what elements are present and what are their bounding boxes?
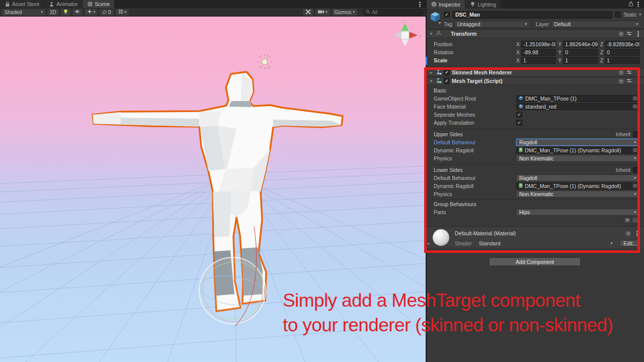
face-material-field[interactable]: standard_red <box>516 103 631 110</box>
shading-mode-dropdown[interactable]: Shaded ▾ <box>2 9 45 16</box>
lower-inherit-checkbox[interactable]: ✓ <box>633 167 639 173</box>
remove-element-button[interactable]: - <box>632 217 639 223</box>
add-component-button[interactable]: Add Component <box>489 257 581 266</box>
skinned-mesh-renderer-header[interactable]: ▸ ✓ Skinned Mesh Renderer ? <box>427 68 644 76</box>
scene-menu-kebab-icon[interactable] <box>419 4 421 5</box>
annotation-line2: to your renderer (skinned or non-skinned… <box>283 313 640 337</box>
gameobject-cube-icon[interactable] <box>429 11 441 24</box>
gameobject-name-field[interactable]: DSC_Man <box>452 11 612 19</box>
upper-inherit-checkbox[interactable]: ✓ <box>633 131 639 137</box>
lower-physics-dropdown[interactable]: Non Kinematic▾ <box>516 191 639 198</box>
static-dropdown-icon[interactable]: ▾ <box>639 13 641 17</box>
mesh-target-header[interactable]: ▾ ✓ Mesh Target (Script) ? <box>427 77 644 85</box>
scene-search-input[interactable]: All <box>362 9 424 16</box>
svg-text:i: i <box>433 3 434 7</box>
camera-settings-dropdown[interactable]: ▾ <box>315 9 330 16</box>
apply-translation-checkbox[interactable]: ✓ <box>516 120 522 126</box>
help-icon[interactable]: ? <box>625 231 631 236</box>
material-menu-kebab-icon[interactable] <box>636 233 638 234</box>
upper-physics-dropdown[interactable]: Non Kinematic▾ <box>516 155 639 162</box>
scale-z-field[interactable]: 1 <box>605 57 640 64</box>
object-picker-icon[interactable]: ⊙ <box>631 103 639 110</box>
position-x-field[interactable]: -1.251698e-08 <box>521 41 556 48</box>
tag-label: Tag <box>444 21 452 27</box>
upper-dynamic-ragdoll-field[interactable]: DMC_Man_TPose (1) (Dynamic Ragdoll) <box>516 147 631 154</box>
seperate-meshes-checkbox[interactable]: ✓ <box>516 112 522 118</box>
help-icon[interactable]: ? <box>618 78 624 84</box>
animator-icon <box>49 2 54 7</box>
component-enabled-checkbox[interactable]: ✓ <box>444 69 450 75</box>
tag-dropdown[interactable]: Untagged▾ <box>454 21 530 28</box>
tab-inspector[interactable]: i Inspector <box>427 0 465 9</box>
scene-audio-toggle[interactable] <box>72 9 83 16</box>
inspector-menu-kebab-icon[interactable] <box>637 4 639 5</box>
lock-icon[interactable] <box>628 1 633 8</box>
scene-effects-dropdown[interactable]: ▾ <box>85 9 98 16</box>
foldout-icon[interactable]: ▾ <box>429 31 434 36</box>
transform-header[interactable]: ▾ Transform ? <box>427 29 644 38</box>
component-tools-button[interactable] <box>303 9 313 16</box>
chevron-down-icon: ▾ <box>326 10 328 14</box>
position-y-field[interactable]: 1.862646e-09 <box>563 41 598 48</box>
edit-material-button[interactable]: Edit... <box>619 240 641 247</box>
gameobject-enabled-checkbox[interactable]: ✓ <box>444 12 450 18</box>
component-menu-kebab-icon[interactable] <box>637 33 639 35</box>
scene-lighting-toggle[interactable] <box>61 9 70 16</box>
upper-default-behaviour-dropdown[interactable]: Ragdoll▾ <box>516 139 639 146</box>
foldout-icon[interactable]: ▸ <box>429 70 434 75</box>
search-icon <box>366 10 370 15</box>
component-enabled-checkbox[interactable]: ✓ <box>444 78 450 84</box>
rotation-y-field[interactable]: 0 <box>563 49 598 56</box>
rotation-x-field[interactable]: -89.98 <box>521 49 556 56</box>
static-checkbox[interactable]: ✓ <box>615 12 621 18</box>
scale-x-field[interactable]: 1 <box>521 57 556 64</box>
axis-gizmo: y x <box>393 18 422 47</box>
object-picker-icon[interactable]: ⊙ <box>631 183 639 190</box>
hidden-objects-toggle[interactable]: ∅ 0 <box>100 9 113 16</box>
lower-default-behaviour-dropdown[interactable]: Ragdoll▾ <box>516 174 639 182</box>
component-title: Skinned Mesh Renderer <box>452 69 512 75</box>
add-element-button[interactable]: + <box>624 217 631 223</box>
toggle-2d-button[interactable]: 2D <box>47 9 59 16</box>
rotation-z-field[interactable]: 0 <box>605 49 640 56</box>
component-menu-kebab-icon[interactable] <box>637 72 639 73</box>
sun-light-gizmo <box>257 54 272 69</box>
gameobject-root-field[interactable]: DMC_Man_TPose (1) <box>516 95 631 102</box>
object-picker-icon[interactable]: ⊙ <box>631 95 639 102</box>
help-icon[interactable]: ? <box>618 31 624 37</box>
lock-icon <box>5 2 10 7</box>
tab-scene[interactable]: Scene <box>83 0 114 8</box>
help-icon[interactable]: ? <box>618 70 624 75</box>
tab-lighting[interactable]: Lighting <box>465 0 501 9</box>
scene-tab-bar: Asset Store Animator Scene <box>0 0 426 8</box>
presets-icon[interactable] <box>626 78 632 84</box>
svg-text:x: x <box>419 33 422 38</box>
scale-y-field[interactable]: 1 <box>563 57 598 64</box>
divider <box>429 164 642 165</box>
shader-dropdown[interactable]: Standard▾ <box>476 240 615 247</box>
position-z-field[interactable]: -8.828938e-09 <box>605 41 640 48</box>
foldout-icon[interactable]: ▸ <box>428 241 430 246</box>
parts-dropdown[interactable]: Hips▾ <box>516 209 639 216</box>
script-doc-icon <box>519 183 523 189</box>
gameobject-header: ✓ DSC_Man ✓ Static ▾ Tag Untagged▾ Layer… <box>427 9 644 29</box>
tab-asset-store[interactable]: Asset Store <box>0 0 44 8</box>
grid-snapping-dropdown[interactable]: ▾ <box>116 9 129 16</box>
presets-icon[interactable] <box>626 69 632 76</box>
presets-icon[interactable] <box>626 31 632 37</box>
tab-animator[interactable]: Animator <box>44 0 82 8</box>
layer-dropdown[interactable]: Default▾ <box>551 21 641 28</box>
chevron-down-icon: ▾ <box>94 10 96 14</box>
hidden-set-icon: ∅ <box>102 10 107 15</box>
mesh-target-icon <box>436 77 442 84</box>
camera-icon <box>318 10 324 15</box>
material-header[interactable]: ▸ Default-Material (Material) ? Shader S… <box>427 226 644 248</box>
foldout-icon[interactable]: ▾ <box>429 78 434 83</box>
search-placeholder: All <box>372 10 377 15</box>
lower-dynamic-ragdoll-field[interactable]: DMC_Man_TPose (1) (Dynamic Ragdoll) <box>516 183 631 190</box>
gizmos-dropdown[interactable]: Gizmos ▾ <box>332 9 357 16</box>
object-picker-icon[interactable]: ⊙ <box>631 147 639 154</box>
material-title: Default-Material (Material) <box>455 230 516 236</box>
apply-translation-row: Apply Translation ✓ <box>434 119 639 126</box>
component-menu-kebab-icon[interactable] <box>637 80 639 82</box>
